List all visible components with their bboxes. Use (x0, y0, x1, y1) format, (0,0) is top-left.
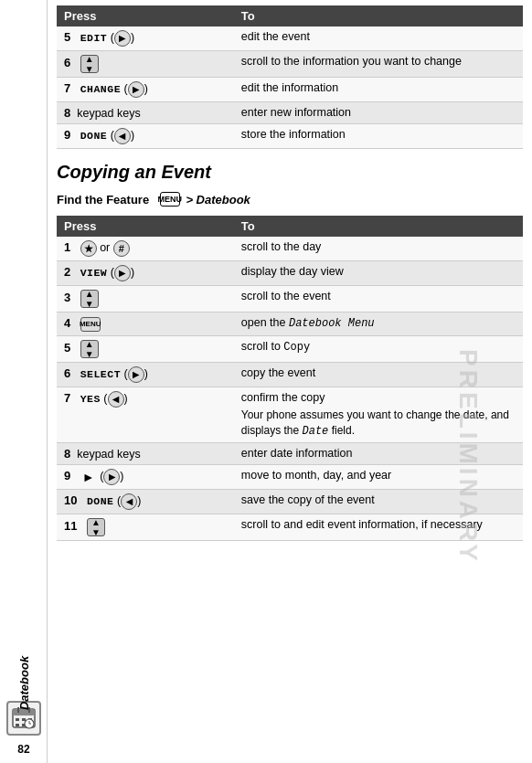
top-table: Press To 5 EDIT (▶) edit the event (57, 5, 523, 149)
page-number: 82 (0, 743, 48, 756)
copying-table: Press To 1 ★ or # scroll to the day (57, 216, 523, 541)
table-row: 10 DONE (◀) save the copy of the event (57, 490, 523, 514)
right-arrow-icon: ▶ (114, 265, 131, 281)
find-feature-path: > Datebook (183, 193, 250, 207)
table-row: 6 SELECT (▶) copy the event (57, 362, 523, 387)
cell-note: Your phone assumes you want to change th… (241, 408, 516, 440)
menu-hw-icon: MENU (80, 317, 101, 332)
right-arrow-icon: ▶ (103, 469, 120, 485)
svg-rect-4 (16, 718, 19, 721)
find-feature-row: Find the Feature MENU > Datebook (57, 192, 523, 207)
left-arrow-icon: ◀ (114, 128, 131, 144)
hash-key-icon: # (113, 240, 130, 257)
copying-table-header-to: To (234, 216, 523, 237)
svg-rect-7 (16, 724, 19, 726)
table-row: 8 keypad keys enter date information (57, 443, 523, 465)
main-content: Press To 5 EDIT (▶) edit the event (48, 0, 532, 763)
table-row: 6 ▲▼ scroll to the information you want … (57, 51, 523, 78)
copying-table-header-press: Press (57, 216, 234, 237)
table-row: 2 VIEW (▶) display the day view (57, 261, 523, 286)
scroll-icon: ▲▼ (87, 518, 105, 536)
table-row: 9 ► (▶) move to month, day, and year (57, 465, 523, 490)
scroll-icon: ▲▼ (80, 290, 99, 308)
right-arrow-icon: ▶ (128, 366, 144, 383)
menu-hardware-icon: MENU (160, 192, 180, 207)
table-row: 5 ▲▼ scroll to Copy (57, 335, 523, 362)
table-row: 11 ▲▼ scroll to and edit event informati… (57, 514, 523, 541)
top-table-header-press: Press (57, 5, 234, 26)
table-row: 8 keypad keys enter new information (57, 102, 523, 124)
table-row: 1 ★ or # scroll to the day (57, 237, 523, 261)
scroll-icon: ▲▼ (80, 340, 99, 358)
sidebar-label-wrapper: Datebook (16, 656, 30, 710)
right-arrow-icon: ▶ (114, 30, 131, 47)
find-feature-label: Find the Feature (57, 193, 149, 207)
page-wrapper: Datebook 82 (0, 0, 532, 763)
svg-rect-5 (22, 718, 26, 721)
right-nav-arrow-icon: ► (80, 469, 97, 485)
table-row: 9 DONE (◀) store the information (57, 124, 523, 149)
top-table-header-to: To (234, 5, 523, 26)
scroll-icon: ▲▼ (80, 55, 99, 73)
table-row: 3 ▲▼ scroll to the event (57, 286, 523, 313)
left-arrow-icon: ◀ (108, 391, 124, 408)
sidebar-label: Datebook (16, 656, 30, 710)
section-heading: Copying an Event (57, 162, 523, 183)
table-row: 5 EDIT (▶) edit the event (57, 26, 523, 51)
right-arrow-icon: ▶ (128, 81, 144, 98)
table-row: 4 MENU open the Datebook Menu (57, 313, 523, 336)
table-row: 7 YES (◀) confirm the copy Your phone as… (57, 387, 523, 443)
sidebar: Datebook 82 (0, 0, 48, 763)
table-row: 7 CHANGE (▶) edit the information (57, 78, 523, 102)
left-arrow-icon: ◀ (121, 493, 137, 510)
star-key-icon: ★ (80, 240, 97, 257)
